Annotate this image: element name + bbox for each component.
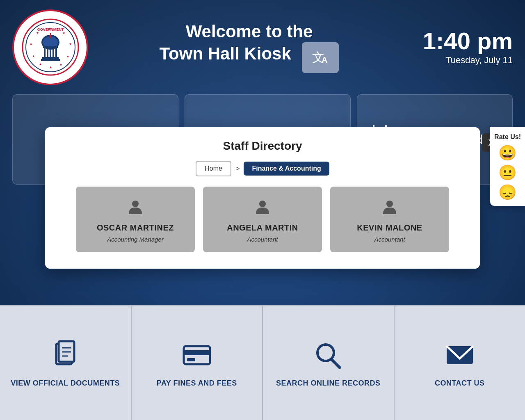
person-icon-2 (381, 199, 398, 218)
person-icon-0 (127, 199, 144, 218)
staff-name-2: KEVIN MALONE (357, 223, 422, 233)
modal-overlay: Staff Directory X Home > Finance & Accou… (0, 0, 525, 420)
person-icon-1 (254, 199, 271, 218)
rate-happy-button[interactable]: 😀 (498, 146, 517, 160)
breadcrumb: Home > Finance & Accounting (62, 161, 463, 176)
staff-name-1: ANGELA MARTIN (227, 223, 298, 233)
svg-point-36 (132, 201, 139, 207)
breadcrumb-current: Finance & Accounting (244, 162, 329, 176)
staff-grid: OSCAR MARTINEZ Accounting Manager ANGELA… (62, 187, 463, 252)
breadcrumb-separator: > (235, 164, 240, 173)
staff-directory-modal: Staff Directory X Home > Finance & Accou… (45, 127, 480, 269)
staff-title-2: Accountant (374, 236, 405, 243)
staff-title-0: Accounting Manager (107, 236, 164, 243)
rate-us-label: Rate Us! (494, 133, 521, 141)
staff-name-0: OSCAR MARTINEZ (97, 223, 174, 233)
svg-point-37 (259, 201, 266, 207)
staff-card-1[interactable]: ANGELA MARTIN Accountant (203, 187, 322, 252)
staff-title-1: Accountant (247, 236, 278, 243)
rate-sad-button[interactable]: 😞 (498, 185, 517, 200)
rate-us-panel: Rate Us! 😀 😐 😞 (490, 127, 525, 206)
rate-neutral-button[interactable]: 😐 (498, 165, 517, 180)
modal-title: Staff Directory (62, 139, 463, 153)
svg-point-38 (386, 201, 393, 207)
breadcrumb-home-button[interactable]: Home (196, 161, 231, 176)
staff-card-0[interactable]: OSCAR MARTINEZ Accounting Manager (76, 187, 195, 252)
staff-card-2[interactable]: KEVIN MALONE Accountant (330, 187, 449, 252)
